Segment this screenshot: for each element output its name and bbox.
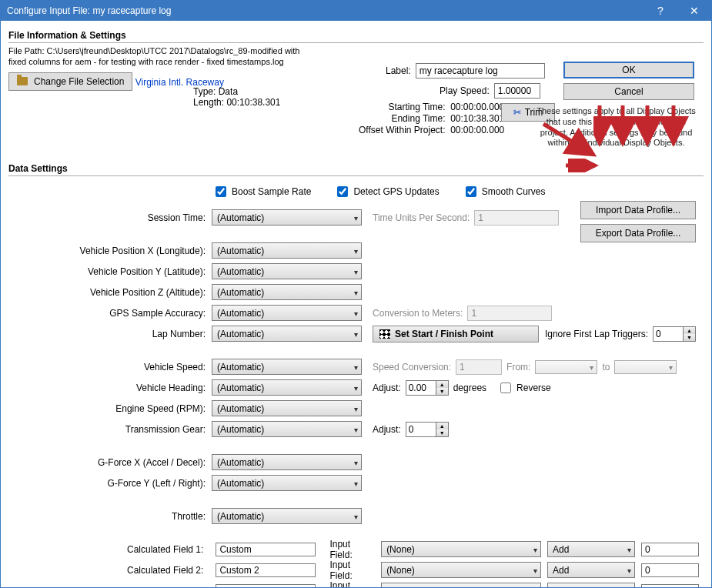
gear-spin[interactable]: ▲▼	[406, 422, 449, 437]
taps-label: Time Units Per Second:	[373, 212, 470, 223]
calc2-label: Calculated Field 2:	[13, 565, 209, 576]
scissors-icon: ✂	[513, 107, 521, 118]
label-input[interactable]	[416, 63, 545, 79]
folder-icon	[17, 77, 28, 85]
calc1-label: Calculated Field 1:	[13, 544, 209, 555]
heading-spin[interactable]: ▲▼	[406, 380, 449, 396]
lap-combo[interactable]: (Automatic)▾	[212, 326, 362, 342]
calc1-op-combo[interactable]: Add▾	[547, 541, 635, 557]
calc2-input-combo[interactable]: (None)▾	[381, 562, 541, 578]
change-file-button[interactable]: Change File Selection	[8, 72, 132, 91]
flag-icon	[379, 329, 390, 339]
calc1-value[interactable]	[641, 543, 699, 556]
ok-button[interactable]: OK	[563, 62, 694, 79]
calc3-op-combo[interactable]: Add▾	[547, 583, 635, 588]
label-label: Label:	[386, 65, 411, 76]
help-button[interactable]: ?	[643, 1, 677, 21]
speed-combo[interactable]: (Automatic)▾	[212, 359, 362, 375]
throttle-combo[interactable]: (Automatic)▾	[212, 508, 362, 524]
playspeed-input[interactable]	[494, 83, 540, 99]
session-time-label: Session Time:	[13, 212, 212, 223]
lon-combo[interactable]: (Automatic)▾	[212, 242, 362, 259]
heading-combo[interactable]: (Automatic)▾	[212, 379, 362, 396]
taps-input	[474, 210, 559, 226]
gpsacc-combo[interactable]: (Automatic)▾	[212, 305, 362, 321]
calc3-name[interactable]	[216, 584, 316, 589]
playspeed-label: Play Speed:	[440, 85, 490, 96]
to-combo: ▾	[614, 360, 677, 374]
cancel-button[interactable]: Cancel	[563, 83, 694, 100]
gear-combo[interactable]: (Automatic)▾	[212, 421, 362, 437]
file-path: File Path: C:\Users\jfreund\Desktop\UTCC…	[8, 46, 316, 68]
window-title: Configure Input File: my racecapture log	[7, 5, 643, 16]
close-button[interactable]: ✕	[677, 1, 711, 21]
calc1-input-combo[interactable]: (None)▾	[381, 541, 541, 557]
boost-checkbox[interactable]: Boost Sample Rate	[212, 184, 311, 199]
help-text: These settings apply to all Display Obje…	[533, 106, 699, 149]
calc2-name[interactable]	[216, 563, 316, 577]
session-time-combo[interactable]: (Automatic)▾	[212, 209, 362, 226]
gx-combo[interactable]: (Automatic)▾	[212, 454, 362, 470]
file-info-heading: File Information & Settings	[8, 28, 704, 43]
detect-checkbox[interactable]: Detect GPS Updates	[334, 184, 439, 199]
ignore-spin[interactable]: ▲▼	[653, 326, 696, 342]
calc1-name[interactable]	[216, 543, 316, 556]
gy-combo[interactable]: (Automatic)▾	[212, 475, 362, 491]
from-combo: ▾	[535, 360, 597, 374]
smooth-checkbox[interactable]: Smooth Curves	[463, 184, 546, 199]
times-block: Starting Time: 00:00:00.000 Ending Time:…	[359, 102, 504, 136]
calc2-value[interactable]	[641, 563, 699, 577]
rpm-combo[interactable]: (Automatic)▾	[212, 400, 362, 416]
set-start-finish-button[interactable]: Set Start / Finish Point	[373, 326, 539, 342]
calc3-input-combo[interactable]: (None)▾	[381, 583, 541, 588]
import-profile-button[interactable]: Import Data Profile...	[580, 201, 696, 219]
calc3-label: Calculated Field 3:	[13, 586, 209, 589]
lat-combo[interactable]: (Automatic)▾	[212, 263, 362, 279]
conv-m-input	[467, 306, 552, 321]
calc2-op-combo[interactable]: Add▾	[547, 562, 635, 578]
speed-conv-input	[456, 359, 502, 375]
data-settings-heading: Data Settings	[8, 162, 704, 176]
export-profile-button[interactable]: Export Data Profile...	[580, 224, 696, 242]
calc3-value[interactable]	[641, 584, 699, 589]
type-block: Type: Data Length: 00:10:38.301	[193, 86, 280, 108]
title-bar: Configure Input File: my racecapture log…	[1, 1, 711, 21]
reverse-checkbox[interactable]: Reverse	[497, 380, 551, 396]
alt-combo[interactable]: (Automatic)▾	[212, 284, 362, 300]
